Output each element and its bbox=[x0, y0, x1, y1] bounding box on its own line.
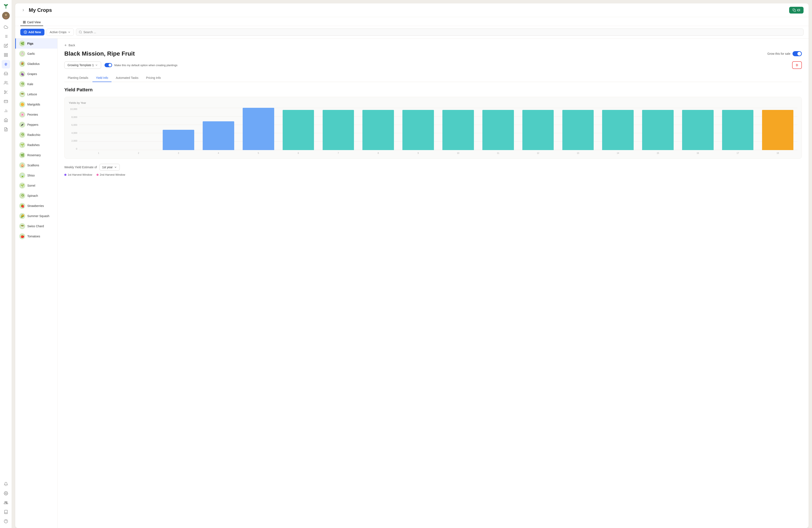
nav-cloud-btn[interactable] bbox=[2, 23, 10, 31]
legend-2nd-harvest: 2nd Harvest Window bbox=[97, 173, 125, 176]
tab-pricing-info[interactable]: Pricing Info bbox=[143, 74, 164, 82]
legend-dot-2nd bbox=[97, 174, 99, 176]
default-toggle[interactable] bbox=[104, 63, 112, 67]
crop-item-sorrel[interactable]: 🌱 Sorrel bbox=[15, 181, 57, 191]
grow-for-sale-toggle[interactable] bbox=[793, 51, 802, 56]
search-input[interactable] bbox=[83, 30, 801, 34]
crop-item-garlic[interactable]: 🧄 Garlic bbox=[15, 49, 57, 59]
svg-rect-12 bbox=[4, 55, 5, 57]
filter-dropdown[interactable]: Active Crops bbox=[46, 29, 74, 36]
nav-report-btn[interactable] bbox=[2, 125, 10, 134]
nav-chart-btn[interactable] bbox=[2, 107, 10, 115]
crop-name-tomatoes: Tomatoes bbox=[27, 235, 40, 238]
svg-point-27 bbox=[5, 493, 6, 494]
nav-people-btn[interactable] bbox=[2, 79, 10, 87]
nav-building-btn[interactable] bbox=[2, 116, 10, 124]
back-link[interactable]: Back bbox=[64, 44, 802, 47]
nav-grid-btn[interactable] bbox=[2, 51, 10, 59]
bar-5 bbox=[238, 108, 278, 150]
bar-8 bbox=[359, 108, 398, 150]
crop-item-figs[interactable]: 🌿 Figs bbox=[15, 39, 57, 49]
crop-item-shiso[interactable]: 🍃 Shiso bbox=[15, 170, 57, 181]
nav-card-btn[interactable] bbox=[2, 97, 10, 106]
tab-yield-info[interactable]: Yield Info bbox=[92, 74, 112, 82]
bar-18 bbox=[758, 108, 797, 150]
bar-10 bbox=[438, 108, 478, 150]
crop-item-spinach[interactable]: 🥬 Spinach bbox=[15, 191, 57, 201]
legend-label-2nd: 2nd Harvest Window bbox=[100, 173, 125, 176]
weekly-yield-label: Weekly Yield Estimate of bbox=[64, 166, 97, 169]
crop-name-grapes: Grapes bbox=[27, 72, 37, 76]
crop-item-peonies[interactable]: 🌸 Peonies bbox=[15, 109, 57, 120]
crop-name-sorrel: Sorrel bbox=[27, 184, 35, 187]
crop-name-lettuce: Lettuce bbox=[27, 93, 37, 96]
collapse-button[interactable] bbox=[20, 7, 26, 13]
nav-list-btn[interactable] bbox=[2, 32, 10, 41]
svg-rect-30 bbox=[794, 10, 796, 12]
user-avatar[interactable] bbox=[2, 12, 10, 19]
page-header: My Crops Cl bbox=[15, 3, 809, 17]
crop-item-tomatoes[interactable]: 🍅 Tomatoes bbox=[15, 231, 57, 241]
crop-name-figs: Figs bbox=[27, 42, 33, 45]
default-toggle-label: Make this my default option when creatin… bbox=[114, 64, 177, 67]
legend-label-1st: 1st Harvest Window bbox=[68, 173, 92, 176]
tab-planting-details[interactable]: Planting Details bbox=[64, 74, 92, 82]
crop-item-kale[interactable]: 🥬 Kale bbox=[15, 79, 57, 89]
svg-line-18 bbox=[6, 93, 8, 94]
crop-avatar-lettuce: 🥗 bbox=[19, 91, 25, 97]
crop-item-lettuce[interactable]: 🥗 Lettuce bbox=[15, 89, 57, 99]
add-new-button[interactable]: Add New bbox=[20, 29, 44, 35]
grow-for-sale-row: Grow this for sale bbox=[767, 51, 802, 56]
crop-avatar-gladiolus: 💐 bbox=[19, 61, 25, 67]
crop-item-swiss-chard[interactable]: 🥗 Swiss Chard bbox=[15, 221, 57, 231]
crop-name-radishes: Radishes bbox=[27, 143, 40, 147]
crop-item-rosemary[interactable]: 🌿 Rosemary bbox=[15, 150, 57, 160]
crop-item-radishes[interactable]: 🌱 Radishes bbox=[15, 140, 57, 150]
harvest-legend: 1st Harvest Window 2nd Harvest Window bbox=[64, 173, 802, 176]
nav-inbox-btn[interactable] bbox=[2, 69, 10, 78]
nav-help-btn[interactable] bbox=[2, 517, 10, 526]
content-body: 🌿 Figs 🧄 Garlic 💐 Gladiolus 🍇 Grapes 🥬 bbox=[15, 39, 809, 528]
clone-button[interactable]: Cl bbox=[789, 7, 803, 14]
crop-item-summer-squash[interactable]: 🌽 Summer Squash bbox=[15, 211, 57, 221]
crop-item-marigolds[interactable]: 🌼 Marigolds bbox=[15, 99, 57, 109]
nav-team-btn[interactable] bbox=[2, 498, 10, 507]
crop-name-gladiolus: Gladiolus bbox=[27, 62, 40, 65]
crop-avatar-rosemary: 🌿 bbox=[19, 152, 25, 158]
nav-settings-btn[interactable] bbox=[2, 489, 10, 498]
yield-chart-container: Yields by Year 10,000 8,000 6,000 4,000 … bbox=[64, 97, 802, 159]
nav-crop-btn[interactable] bbox=[2, 60, 10, 69]
year-select[interactable]: 1st year bbox=[99, 164, 120, 170]
svg-rect-31 bbox=[23, 21, 24, 22]
nav-book-btn[interactable] bbox=[2, 508, 10, 516]
svg-point-1 bbox=[5, 14, 7, 16]
crop-item-peppers[interactable]: 🌶 Peppers bbox=[15, 120, 57, 130]
svg-rect-33 bbox=[25, 22, 25, 23]
default-toggle-row: Make this my default option when creatin… bbox=[104, 63, 177, 67]
crop-avatar-peppers: 🌶 bbox=[19, 122, 25, 128]
crop-item-radicchio[interactable]: 🥬 Radicchio bbox=[15, 130, 57, 140]
crop-item-scallions[interactable]: 🧅 Scallions bbox=[15, 160, 57, 170]
header-right: Cl bbox=[789, 7, 803, 14]
template-select[interactable]: Growing Template 1 bbox=[64, 61, 101, 69]
bar-17 bbox=[718, 108, 757, 150]
crop-avatar-scallions: 🧅 bbox=[19, 162, 25, 168]
crop-item-strawberries[interactable]: 🍓 Strawberries bbox=[15, 201, 57, 211]
search-box[interactable] bbox=[76, 29, 803, 36]
tab-card-view[interactable]: Card View bbox=[20, 19, 43, 26]
svg-point-16 bbox=[4, 93, 5, 94]
view-tabs: Card View bbox=[15, 17, 809, 26]
tab-automated-tasks[interactable]: Automated Tasks bbox=[112, 74, 142, 82]
crop-item-gladiolus[interactable]: 💐 Gladiolus bbox=[15, 59, 57, 69]
bar-7 bbox=[319, 108, 358, 150]
nav-bell-btn[interactable] bbox=[2, 480, 10, 488]
crop-item-grapes[interactable]: 🍇 Grapes bbox=[15, 69, 57, 79]
nav-scissors-btn[interactable] bbox=[2, 88, 10, 96]
bar-6 bbox=[279, 108, 318, 150]
crop-avatar-strawberries: 🍓 bbox=[19, 203, 25, 209]
nav-edit-btn[interactable] bbox=[2, 42, 10, 50]
legend-dot-1st bbox=[64, 174, 67, 176]
app-logo[interactable] bbox=[2, 2, 9, 9]
svg-point-2 bbox=[4, 17, 8, 19]
delete-button[interactable]: D bbox=[792, 61, 802, 69]
